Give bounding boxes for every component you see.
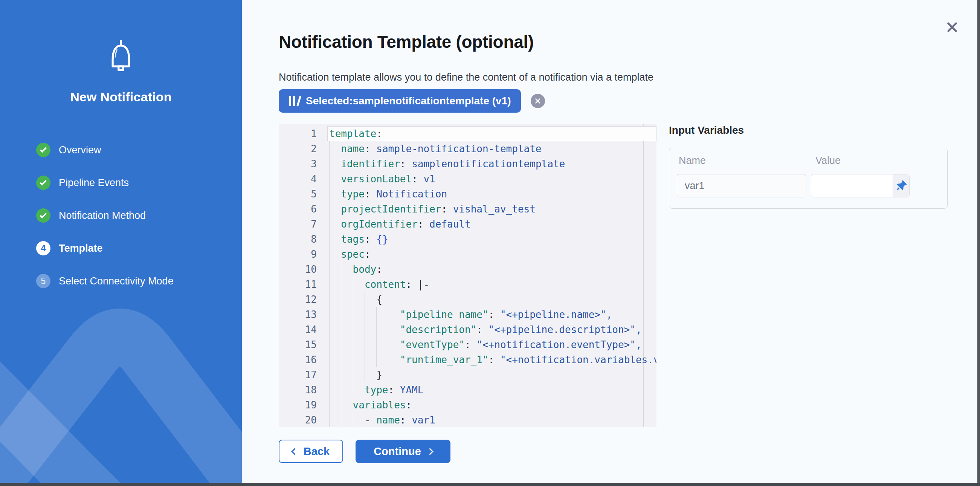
code-line: 19variables: bbox=[279, 397, 657, 413]
bell-icon bbox=[102, 38, 140, 75]
page-title: Notification Template (optional) bbox=[279, 32, 534, 52]
template-library-icon bbox=[288, 95, 300, 107]
code-line: 13"pipeline name": "<+pipeline.name>", bbox=[279, 307, 657, 322]
line-number: 16 bbox=[279, 352, 327, 367]
input-variables-title: Input Variables bbox=[669, 124, 744, 136]
code-text: versionLabel: v1 bbox=[327, 171, 657, 186]
step-number-badge: 5 bbox=[36, 274, 51, 288]
continue-button[interactable]: Continue bbox=[356, 440, 450, 463]
code-text: body: bbox=[327, 262, 657, 277]
code-text: projectIdentifier: vishal_av_test bbox=[327, 202, 657, 217]
code-lines: 1template:2name: sample-notification-tem… bbox=[279, 126, 657, 427]
code-text: orgIdentifier: default bbox=[327, 217, 657, 232]
selected-template-label: Selected:samplenotificationtemplate (v1) bbox=[306, 95, 511, 107]
code-line: 10body: bbox=[279, 262, 657, 277]
step-pipeline-events[interactable]: Pipeline Events bbox=[36, 175, 173, 190]
step-overview[interactable]: Overview bbox=[36, 142, 173, 158]
code-text: template: bbox=[327, 126, 657, 141]
code-text: "runtime_var_1": "<+notification.variabl… bbox=[327, 352, 657, 367]
wizard-title: New Notification bbox=[0, 90, 242, 104]
yaml-editor[interactable]: 1template:2name: sample-notification-tem… bbox=[279, 124, 657, 427]
code-line: 9spec: bbox=[279, 247, 657, 262]
code-line: 11content: |- bbox=[279, 277, 657, 292]
variable-value-group bbox=[811, 174, 910, 198]
line-number: 9 bbox=[279, 247, 327, 262]
line-number: 11 bbox=[279, 277, 327, 292]
step-template[interactable]: 4 Template bbox=[36, 241, 173, 256]
code-text: "eventType": "<+notification.eventType>"… bbox=[327, 337, 657, 352]
screen-edge-right bbox=[977, 0, 980, 486]
line-number: 1 bbox=[279, 126, 327, 141]
step-done-icon bbox=[36, 208, 51, 223]
code-text: content: |- bbox=[327, 277, 657, 292]
wizard-sidebar: New Notification Overview Pipeline Event… bbox=[0, 0, 242, 486]
line-number: 4 bbox=[279, 171, 327, 186]
code-line: 16"runtime_var_1": "<+notification.varia… bbox=[279, 352, 657, 367]
code-text: "description": "<+pipeline.description>"… bbox=[327, 322, 657, 337]
screen-edge-bottom bbox=[0, 483, 980, 486]
code-line: 7orgIdentifier: default bbox=[279, 217, 657, 232]
check-icon bbox=[40, 178, 46, 185]
line-number: 6 bbox=[279, 202, 327, 217]
line-number: 2 bbox=[279, 141, 327, 156]
code-line: 6projectIdentifier: vishal_av_test bbox=[279, 202, 657, 217]
wizard-steps: Overview Pipeline Events Notification Me… bbox=[36, 142, 173, 306]
line-number: 20 bbox=[279, 413, 327, 427]
line-number: 15 bbox=[279, 337, 327, 352]
check-icon bbox=[40, 211, 46, 218]
code-line: 18type: YAML bbox=[279, 382, 657, 397]
step-done-icon bbox=[36, 175, 51, 190]
line-number: 8 bbox=[279, 232, 327, 247]
column-header-name: Name bbox=[679, 155, 706, 167]
code-text: type: YAML bbox=[327, 382, 657, 397]
code-line: 15"eventType": "<+notification.eventType… bbox=[279, 337, 657, 352]
code-text: tags: {} bbox=[327, 232, 657, 247]
code-line: 17} bbox=[279, 367, 657, 382]
pushpin-icon bbox=[896, 180, 907, 191]
line-number: 12 bbox=[279, 292, 327, 307]
column-header-value: Value bbox=[815, 155, 841, 167]
code-text: "pipeline name": "<+pipeline.name>", bbox=[327, 307, 657, 322]
line-number: 17 bbox=[279, 367, 327, 382]
code-line: 4versionLabel: v1 bbox=[279, 171, 657, 186]
remove-template-button[interactable] bbox=[531, 94, 545, 108]
code-line: 1template: bbox=[279, 126, 657, 141]
check-icon bbox=[40, 146, 46, 153]
variable-value-input[interactable] bbox=[811, 174, 892, 197]
code-line: 8tags: {} bbox=[279, 232, 657, 247]
variable-name-input[interactable] bbox=[677, 174, 807, 198]
code-text: identifier: samplenotificationtemplate bbox=[327, 156, 657, 171]
chevron-right-icon bbox=[426, 448, 433, 455]
line-number: 19 bbox=[279, 397, 327, 413]
step-number-badge: 4 bbox=[36, 241, 51, 255]
step-notification-method[interactable]: Notification Method bbox=[36, 208, 173, 223]
code-text: variables: bbox=[327, 397, 657, 413]
line-number: 14 bbox=[279, 322, 327, 337]
code-line: 2name: sample-notification-template bbox=[279, 141, 657, 156]
code-line: 12{ bbox=[279, 292, 657, 307]
pin-runtime-input-button[interactable] bbox=[892, 174, 909, 197]
step-done-icon bbox=[36, 143, 51, 157]
code-line: 5type: Notification bbox=[279, 186, 657, 202]
line-number: 7 bbox=[279, 217, 327, 232]
line-number: 13 bbox=[279, 307, 327, 322]
line-number: 18 bbox=[279, 382, 327, 397]
page-description: Notification template allows you to defi… bbox=[279, 72, 654, 83]
code-text: spec: bbox=[327, 247, 657, 262]
code-text: { bbox=[327, 292, 657, 307]
selected-template-row: Selected:samplenotificationtemplate (v1) bbox=[279, 89, 545, 113]
line-number: 3 bbox=[279, 156, 327, 171]
line-number: 5 bbox=[279, 186, 327, 202]
code-text: - name: var1 bbox=[327, 413, 657, 427]
selected-template-chip[interactable]: Selected:samplenotificationtemplate (v1) bbox=[279, 89, 521, 113]
line-number: 10 bbox=[279, 262, 327, 277]
new-notification-dialog: New Notification Overview Pipeline Event… bbox=[0, 0, 980, 486]
chevron-left-icon bbox=[291, 448, 298, 455]
back-button[interactable]: Back bbox=[279, 440, 343, 463]
code-line: 14"description": "<+pipeline.description… bbox=[279, 322, 657, 337]
code-line: 20- name: var1 bbox=[279, 413, 657, 427]
code-text: name: sample-notification-template bbox=[327, 141, 657, 156]
close-dialog-button[interactable] bbox=[944, 19, 961, 35]
step-select-connectivity-mode[interactable]: 5 Select Connectivity Mode bbox=[36, 274, 173, 288]
code-text: } bbox=[327, 367, 657, 382]
